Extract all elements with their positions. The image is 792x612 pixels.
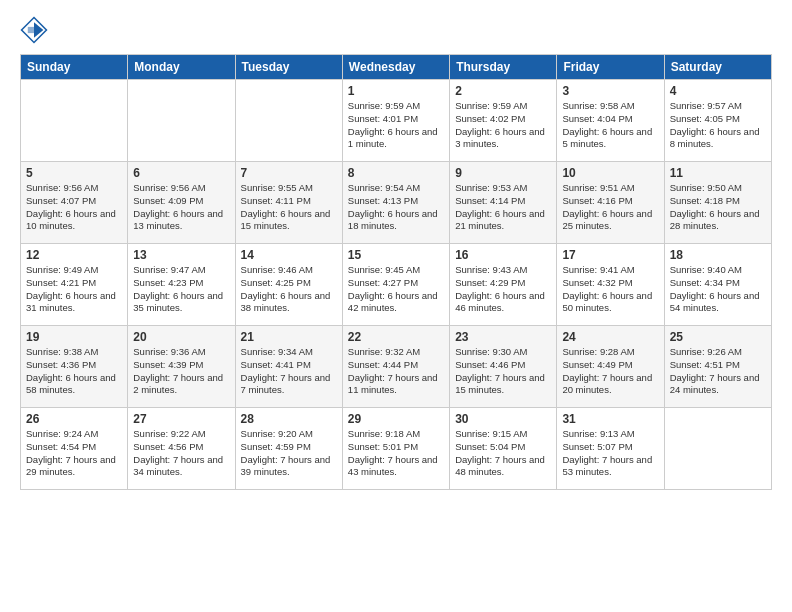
calendar-week-3: 12Sunrise: 9:49 AM Sunset: 4:21 PM Dayli… [21,244,772,326]
day-number: 14 [241,248,337,262]
day-info: Sunrise: 9:55 AM Sunset: 4:11 PM Dayligh… [241,182,337,233]
day-number: 2 [455,84,551,98]
day-number: 30 [455,412,551,426]
header-row [20,16,772,44]
svg-rect-2 [28,27,34,33]
calendar-cell: 15Sunrise: 9:45 AM Sunset: 4:27 PM Dayli… [342,244,449,326]
day-number: 9 [455,166,551,180]
calendar-cell: 17Sunrise: 9:41 AM Sunset: 4:32 PM Dayli… [557,244,664,326]
day-info: Sunrise: 9:18 AM Sunset: 5:01 PM Dayligh… [348,428,444,479]
calendar-cell: 26Sunrise: 9:24 AM Sunset: 4:54 PM Dayli… [21,408,128,490]
day-number: 6 [133,166,229,180]
calendar-cell: 7Sunrise: 9:55 AM Sunset: 4:11 PM Daylig… [235,162,342,244]
day-number: 22 [348,330,444,344]
calendar-cell: 14Sunrise: 9:46 AM Sunset: 4:25 PM Dayli… [235,244,342,326]
calendar-cell: 13Sunrise: 9:47 AM Sunset: 4:23 PM Dayli… [128,244,235,326]
calendar-cell: 19Sunrise: 9:38 AM Sunset: 4:36 PM Dayli… [21,326,128,408]
day-number: 10 [562,166,658,180]
calendar-cell: 31Sunrise: 9:13 AM Sunset: 5:07 PM Dayli… [557,408,664,490]
day-number: 23 [455,330,551,344]
day-number: 16 [455,248,551,262]
day-info: Sunrise: 9:59 AM Sunset: 4:01 PM Dayligh… [348,100,444,151]
day-header-monday: Monday [128,55,235,80]
calendar-cell: 8Sunrise: 9:54 AM Sunset: 4:13 PM Daylig… [342,162,449,244]
day-info: Sunrise: 9:45 AM Sunset: 4:27 PM Dayligh… [348,264,444,315]
calendar-cell [235,80,342,162]
day-info: Sunrise: 9:57 AM Sunset: 4:05 PM Dayligh… [670,100,766,151]
calendar-body: 1Sunrise: 9:59 AM Sunset: 4:01 PM Daylig… [21,80,772,490]
day-number: 21 [241,330,337,344]
day-info: Sunrise: 9:36 AM Sunset: 4:39 PM Dayligh… [133,346,229,397]
day-info: Sunrise: 9:15 AM Sunset: 5:04 PM Dayligh… [455,428,551,479]
day-info: Sunrise: 9:28 AM Sunset: 4:49 PM Dayligh… [562,346,658,397]
day-number: 8 [348,166,444,180]
calendar-cell: 9Sunrise: 9:53 AM Sunset: 4:14 PM Daylig… [450,162,557,244]
day-info: Sunrise: 9:59 AM Sunset: 4:02 PM Dayligh… [455,100,551,151]
calendar-cell: 23Sunrise: 9:30 AM Sunset: 4:46 PM Dayli… [450,326,557,408]
calendar-cell: 25Sunrise: 9:26 AM Sunset: 4:51 PM Dayli… [664,326,771,408]
day-number: 24 [562,330,658,344]
day-number: 15 [348,248,444,262]
day-header-friday: Friday [557,55,664,80]
day-number: 26 [26,412,122,426]
day-info: Sunrise: 9:32 AM Sunset: 4:44 PM Dayligh… [348,346,444,397]
calendar-cell: 18Sunrise: 9:40 AM Sunset: 4:34 PM Dayli… [664,244,771,326]
calendar-cell [128,80,235,162]
calendar-cell: 21Sunrise: 9:34 AM Sunset: 4:41 PM Dayli… [235,326,342,408]
calendar-cell: 27Sunrise: 9:22 AM Sunset: 4:56 PM Dayli… [128,408,235,490]
day-info: Sunrise: 9:22 AM Sunset: 4:56 PM Dayligh… [133,428,229,479]
calendar-week-5: 26Sunrise: 9:24 AM Sunset: 4:54 PM Dayli… [21,408,772,490]
logo [20,16,52,44]
day-info: Sunrise: 9:56 AM Sunset: 4:09 PM Dayligh… [133,182,229,233]
day-number: 19 [26,330,122,344]
calendar-cell: 22Sunrise: 9:32 AM Sunset: 4:44 PM Dayli… [342,326,449,408]
calendar-cell: 28Sunrise: 9:20 AM Sunset: 4:59 PM Dayli… [235,408,342,490]
calendar-week-1: 1Sunrise: 9:59 AM Sunset: 4:01 PM Daylig… [21,80,772,162]
day-info: Sunrise: 9:38 AM Sunset: 4:36 PM Dayligh… [26,346,122,397]
day-info: Sunrise: 9:54 AM Sunset: 4:13 PM Dayligh… [348,182,444,233]
day-header-saturday: Saturday [664,55,771,80]
day-number: 5 [26,166,122,180]
calendar-cell: 10Sunrise: 9:51 AM Sunset: 4:16 PM Dayli… [557,162,664,244]
calendar-cell: 4Sunrise: 9:57 AM Sunset: 4:05 PM Daylig… [664,80,771,162]
day-info: Sunrise: 9:47 AM Sunset: 4:23 PM Dayligh… [133,264,229,315]
logo-icon [20,16,48,44]
day-info: Sunrise: 9:41 AM Sunset: 4:32 PM Dayligh… [562,264,658,315]
calendar-table: SundayMondayTuesdayWednesdayThursdayFrid… [20,54,772,490]
calendar-cell: 16Sunrise: 9:43 AM Sunset: 4:29 PM Dayli… [450,244,557,326]
calendar-cell [664,408,771,490]
day-header-thursday: Thursday [450,55,557,80]
day-number: 20 [133,330,229,344]
day-number: 13 [133,248,229,262]
calendar-cell: 12Sunrise: 9:49 AM Sunset: 4:21 PM Dayli… [21,244,128,326]
header-row-days: SundayMondayTuesdayWednesdayThursdayFrid… [21,55,772,80]
day-number: 7 [241,166,337,180]
day-number: 29 [348,412,444,426]
day-header-sunday: Sunday [21,55,128,80]
day-info: Sunrise: 9:43 AM Sunset: 4:29 PM Dayligh… [455,264,551,315]
main-container: SundayMondayTuesdayWednesdayThursdayFrid… [0,0,792,612]
day-number: 25 [670,330,766,344]
day-number: 28 [241,412,337,426]
calendar-cell: 24Sunrise: 9:28 AM Sunset: 4:49 PM Dayli… [557,326,664,408]
calendar-cell [21,80,128,162]
day-info: Sunrise: 9:50 AM Sunset: 4:18 PM Dayligh… [670,182,766,233]
day-number: 27 [133,412,229,426]
day-number: 31 [562,412,658,426]
calendar-cell: 5Sunrise: 9:56 AM Sunset: 4:07 PM Daylig… [21,162,128,244]
calendar-cell: 6Sunrise: 9:56 AM Sunset: 4:09 PM Daylig… [128,162,235,244]
day-header-tuesday: Tuesday [235,55,342,80]
day-info: Sunrise: 9:49 AM Sunset: 4:21 PM Dayligh… [26,264,122,315]
day-info: Sunrise: 9:53 AM Sunset: 4:14 PM Dayligh… [455,182,551,233]
day-number: 17 [562,248,658,262]
day-info: Sunrise: 9:46 AM Sunset: 4:25 PM Dayligh… [241,264,337,315]
calendar-week-2: 5Sunrise: 9:56 AM Sunset: 4:07 PM Daylig… [21,162,772,244]
day-info: Sunrise: 9:51 AM Sunset: 4:16 PM Dayligh… [562,182,658,233]
day-number: 4 [670,84,766,98]
calendar-cell: 1Sunrise: 9:59 AM Sunset: 4:01 PM Daylig… [342,80,449,162]
day-info: Sunrise: 9:40 AM Sunset: 4:34 PM Dayligh… [670,264,766,315]
calendar-cell: 29Sunrise: 9:18 AM Sunset: 5:01 PM Dayli… [342,408,449,490]
day-number: 11 [670,166,766,180]
calendar-cell: 30Sunrise: 9:15 AM Sunset: 5:04 PM Dayli… [450,408,557,490]
day-number: 1 [348,84,444,98]
